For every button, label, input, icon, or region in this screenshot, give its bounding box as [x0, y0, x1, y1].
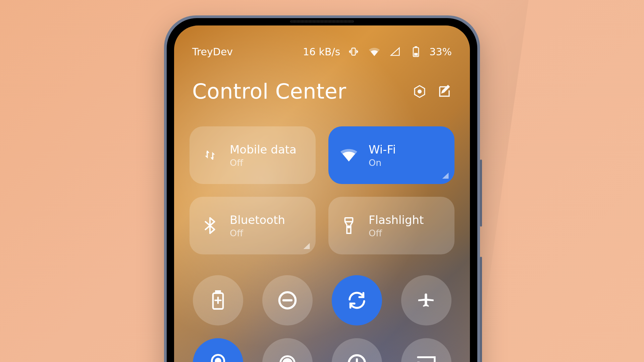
tile-label: Flashlight — [369, 213, 424, 227]
svg-point-11 — [216, 359, 220, 362]
tile-label: Wi-Fi — [369, 143, 396, 156]
add-data-icon — [347, 354, 367, 362]
tile-state: Off — [230, 228, 285, 238]
svg-point-5 — [418, 90, 421, 93]
battery-icon — [409, 44, 423, 59]
cast-icon — [416, 355, 436, 362]
toggle-cast[interactable] — [401, 338, 451, 362]
toggle-add-data[interactable] — [332, 338, 382, 362]
expand-corner-icon[interactable] — [304, 243, 310, 249]
status-bar: TreyDev 16 kB/s 33% — [174, 25, 470, 59]
toggle-battery-saver[interactable] — [193, 275, 243, 325]
svg-rect-2 — [415, 46, 417, 48]
toggle-auto-rotate[interactable] — [332, 275, 382, 325]
location-icon — [210, 353, 226, 362]
page-title: Control Center — [192, 79, 402, 104]
flashlight-icon — [340, 217, 357, 234]
tile-bluetooth[interactable]: Bluetooth Off — [190, 197, 316, 254]
tile-mobile-data[interactable]: Mobile data Off — [190, 126, 316, 184]
phone-speaker — [290, 20, 354, 23]
toggle-airplane[interactable] — [401, 275, 451, 325]
phone-bezel: TreyDev 16 kB/s 33% — [167, 18, 477, 362]
toggle-hotspot[interactable] — [262, 338, 313, 362]
wifi-signal-icon — [367, 44, 382, 59]
tile-state: Off — [230, 158, 297, 168]
svg-rect-3 — [414, 53, 418, 56]
bluetooth-icon — [202, 217, 218, 234]
cell-signal-icon — [388, 44, 402, 59]
svg-rect-0 — [352, 48, 356, 55]
hotspot-icon — [277, 353, 298, 362]
tile-label: Bluetooth — [230, 213, 285, 227]
toggle-dnd[interactable] — [262, 275, 313, 325]
quick-tiles-grid: Mobile data Off Wi-Fi On — [174, 104, 470, 254]
vibrate-icon — [346, 44, 361, 59]
edit-icon[interactable] — [437, 84, 452, 99]
svg-point-12 — [285, 361, 290, 362]
svg-rect-9 — [216, 291, 220, 293]
tile-wifi[interactable]: Wi-Fi On — [328, 126, 454, 184]
mobile-data-icon — [202, 147, 218, 164]
status-net-speed: 16 kB/s — [303, 46, 340, 58]
dnd-icon — [278, 291, 297, 310]
status-carrier: TreyDev — [192, 46, 297, 58]
wifi-icon — [340, 147, 357, 164]
toggle-location[interactable] — [193, 338, 243, 362]
circle-toggles-grid — [174, 254, 470, 362]
status-battery-pct: 33% — [429, 46, 452, 58]
control-center-header: Control Center — [174, 59, 470, 104]
battery-saver-icon — [211, 290, 225, 310]
screen: TreyDev 16 kB/s 33% — [174, 25, 470, 362]
tile-state: Off — [369, 228, 424, 238]
expand-corner-icon[interactable] — [442, 173, 449, 179]
phone-frame: TreyDev 16 kB/s 33% — [164, 15, 480, 362]
airplane-icon — [417, 291, 436, 310]
auto-rotate-icon — [347, 291, 367, 310]
tile-flashlight[interactable]: Flashlight Off — [328, 197, 454, 254]
settings-icon[interactable] — [412, 84, 427, 99]
tile-state: On — [369, 158, 396, 168]
svg-rect-6 — [345, 218, 353, 222]
svg-point-7 — [348, 226, 350, 228]
tile-label: Mobile data — [230, 143, 297, 156]
